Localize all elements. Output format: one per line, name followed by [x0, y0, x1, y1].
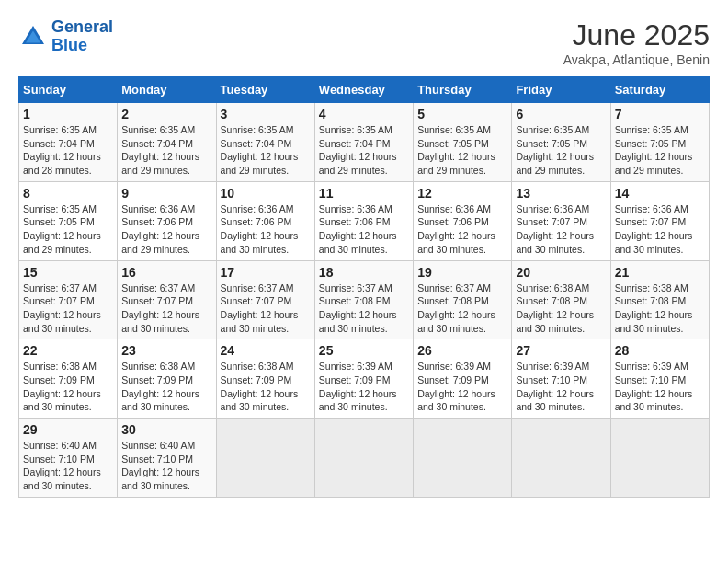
day-info: Sunrise: 6:39 AMSunset: 7:09 PMDaylight:… [417, 360, 507, 414]
table-row: 12Sunrise: 6:36 AMSunset: 7:06 PMDayligh… [414, 181, 512, 260]
table-row: 11Sunrise: 6:36 AMSunset: 7:06 PMDayligh… [314, 181, 413, 260]
col-sunday: Sunday [19, 77, 118, 103]
day-info: Sunrise: 6:37 AMSunset: 7:07 PMDaylight:… [121, 282, 211, 336]
day-info: Sunrise: 6:37 AMSunset: 7:07 PMDaylight:… [23, 282, 113, 336]
day-number: 2 [121, 107, 211, 121]
day-info: Sunrise: 6:35 AMSunset: 7:04 PMDaylight:… [319, 123, 409, 178]
day-number: 24 [221, 343, 311, 358]
day-info: Sunrise: 6:38 AMSunset: 7:08 PMDaylight:… [516, 282, 606, 336]
day-info: Sunrise: 6:35 AMSunset: 7:04 PMDaylight:… [121, 123, 211, 178]
day-number: 5 [417, 107, 507, 121]
day-number: 13 [516, 186, 606, 201]
table-row [216, 419, 314, 498]
day-number: 29 [23, 422, 113, 437]
day-info: Sunrise: 6:36 AMSunset: 7:06 PMDaylight:… [221, 202, 311, 257]
day-info: Sunrise: 6:38 AMSunset: 7:09 PMDaylight:… [23, 360, 113, 414]
logo: General Blue [18, 18, 113, 55]
table-row: 24Sunrise: 6:38 AMSunset: 7:09 PMDayligh… [216, 339, 314, 419]
table-row: 19Sunrise: 6:37 AMSunset: 7:08 PMDayligh… [414, 260, 512, 339]
table-row [610, 419, 709, 498]
col-wednesday: Wednesday [314, 77, 413, 103]
logo-line1: General [51, 17, 113, 36]
table-row: 6Sunrise: 6:35 AMSunset: 7:05 PMDaylight… [512, 103, 610, 182]
table-row: 9Sunrise: 6:36 AMSunset: 7:06 PMDaylight… [118, 181, 216, 260]
day-info: Sunrise: 6:35 AMSunset: 7:05 PMDaylight:… [516, 123, 606, 178]
day-number: 19 [417, 265, 507, 280]
day-number: 18 [319, 265, 409, 280]
day-number: 11 [319, 186, 409, 201]
day-number: 28 [615, 343, 705, 358]
day-number: 23 [121, 343, 211, 358]
logo-line2: Blue [51, 36, 87, 54]
table-row: 27Sunrise: 6:39 AMSunset: 7:10 PMDayligh… [512, 339, 610, 419]
col-monday: Monday [118, 77, 216, 103]
table-row: 8Sunrise: 6:35 AMSunset: 7:05 PMDaylight… [19, 181, 118, 260]
day-number: 1 [23, 107, 113, 121]
day-info: Sunrise: 6:36 AMSunset: 7:06 PMDaylight:… [319, 202, 409, 257]
day-info: Sunrise: 6:39 AMSunset: 7:10 PMDaylight:… [516, 360, 606, 414]
day-info: Sunrise: 6:38 AMSunset: 7:08 PMDaylight:… [615, 282, 705, 336]
col-tuesday: Tuesday [216, 77, 314, 103]
day-info: Sunrise: 6:35 AMSunset: 7:05 PMDaylight:… [417, 123, 507, 178]
day-number: 17 [221, 265, 311, 280]
day-number: 7 [615, 107, 705, 121]
day-number: 20 [516, 265, 606, 280]
day-number: 3 [221, 107, 311, 121]
table-row: 3Sunrise: 6:35 AMSunset: 7:04 PMDaylight… [216, 103, 314, 182]
table-row: 16Sunrise: 6:37 AMSunset: 7:07 PMDayligh… [118, 260, 216, 339]
day-info: Sunrise: 6:40 AMSunset: 7:10 PMDaylight:… [23, 439, 113, 493]
day-number: 8 [23, 186, 113, 201]
table-row: 18Sunrise: 6:37 AMSunset: 7:08 PMDayligh… [314, 260, 413, 339]
day-info: Sunrise: 6:36 AMSunset: 7:07 PMDaylight:… [615, 202, 705, 257]
table-row: 30Sunrise: 6:40 AMSunset: 7:10 PMDayligh… [118, 419, 216, 498]
col-friday: Friday [512, 77, 610, 103]
day-number: 30 [121, 422, 211, 437]
day-info: Sunrise: 6:37 AMSunset: 7:08 PMDaylight:… [319, 282, 409, 336]
day-info: Sunrise: 6:36 AMSunset: 7:06 PMDaylight:… [121, 202, 211, 257]
day-number: 6 [516, 107, 606, 121]
day-number: 26 [417, 343, 507, 358]
table-row: 1Sunrise: 6:35 AMSunset: 7:04 PMDaylight… [19, 103, 118, 182]
table-row: 21Sunrise: 6:38 AMSunset: 7:08 PMDayligh… [610, 260, 709, 339]
calendar-table: Sunday Monday Tuesday Wednesday Thursday… [18, 76, 710, 498]
table-row: 7Sunrise: 6:35 AMSunset: 7:05 PMDaylight… [610, 103, 709, 182]
day-number: 9 [121, 186, 211, 201]
day-number: 25 [319, 343, 409, 358]
table-row [414, 419, 512, 498]
day-number: 4 [319, 107, 409, 121]
table-row [512, 419, 610, 498]
day-number: 16 [121, 265, 211, 280]
table-row: 26Sunrise: 6:39 AMSunset: 7:09 PMDayligh… [414, 339, 512, 419]
calendar-header: Sunday Monday Tuesday Wednesday Thursday… [19, 77, 710, 103]
table-row: 28Sunrise: 6:39 AMSunset: 7:10 PMDayligh… [610, 339, 709, 419]
table-row [314, 419, 413, 498]
day-info: Sunrise: 6:39 AMSunset: 7:09 PMDaylight:… [319, 360, 409, 414]
table-row: 29Sunrise: 6:40 AMSunset: 7:10 PMDayligh… [19, 419, 118, 498]
table-row: 17Sunrise: 6:37 AMSunset: 7:07 PMDayligh… [216, 260, 314, 339]
col-saturday: Saturday [610, 77, 709, 103]
day-info: Sunrise: 6:37 AMSunset: 7:07 PMDaylight:… [221, 282, 311, 336]
table-row: 22Sunrise: 6:38 AMSunset: 7:09 PMDayligh… [19, 339, 118, 419]
table-row: 20Sunrise: 6:38 AMSunset: 7:08 PMDayligh… [512, 260, 610, 339]
day-number: 14 [615, 186, 705, 201]
day-number: 12 [417, 186, 507, 201]
logo-icon [18, 22, 48, 52]
day-info: Sunrise: 6:39 AMSunset: 7:10 PMDaylight:… [615, 360, 705, 414]
table-row: 4Sunrise: 6:35 AMSunset: 7:04 PMDaylight… [314, 103, 413, 182]
day-info: Sunrise: 6:35 AMSunset: 7:05 PMDaylight:… [615, 123, 705, 178]
col-thursday: Thursday [414, 77, 512, 103]
day-number: 15 [23, 265, 113, 280]
day-number: 27 [516, 343, 606, 358]
table-row: 14Sunrise: 6:36 AMSunset: 7:07 PMDayligh… [610, 181, 709, 260]
table-row: 13Sunrise: 6:36 AMSunset: 7:07 PMDayligh… [512, 181, 610, 260]
page-header: General Blue June 2025 Avakpa, Atlantiqu… [18, 18, 710, 67]
table-row: 5Sunrise: 6:35 AMSunset: 7:05 PMDaylight… [414, 103, 512, 182]
day-info: Sunrise: 6:36 AMSunset: 7:06 PMDaylight:… [417, 202, 507, 257]
day-info: Sunrise: 6:40 AMSunset: 7:10 PMDaylight:… [121, 439, 211, 493]
day-info: Sunrise: 6:35 AMSunset: 7:04 PMDaylight:… [23, 123, 113, 178]
day-info: Sunrise: 6:36 AMSunset: 7:07 PMDaylight:… [516, 202, 606, 257]
day-info: Sunrise: 6:38 AMSunset: 7:09 PMDaylight:… [221, 360, 311, 414]
day-info: Sunrise: 6:37 AMSunset: 7:08 PMDaylight:… [417, 282, 507, 336]
table-row: 10Sunrise: 6:36 AMSunset: 7:06 PMDayligh… [216, 181, 314, 260]
day-number: 21 [615, 265, 705, 280]
